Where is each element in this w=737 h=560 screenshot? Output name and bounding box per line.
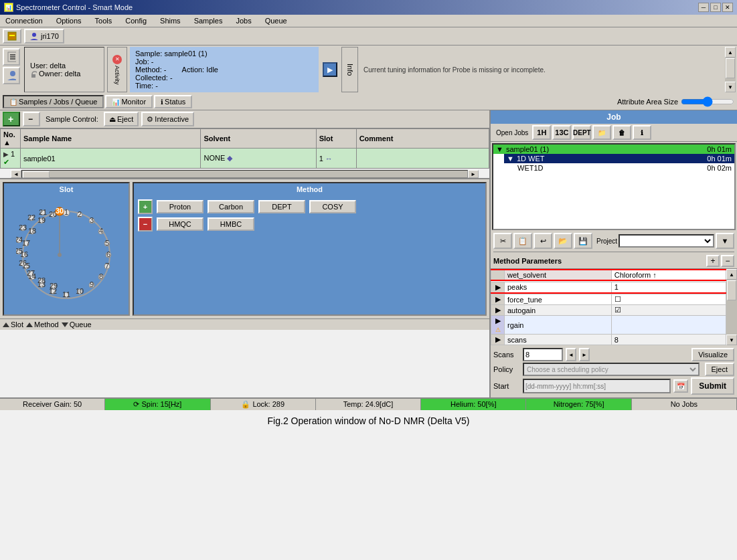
scans-next-btn[interactable]: ► [579, 348, 590, 361]
copy-btn[interactable]: 📋 [513, 233, 532, 249]
calendar-btn[interactable]: 📅 [673, 379, 688, 393]
dept-btn[interactable]: DEPT [258, 200, 305, 213]
method-del-btn[interactable]: − [138, 217, 153, 231]
param-row-peaks[interactable]: ▶ peaks 1 [491, 282, 726, 293]
info-job-btn[interactable]: ℹ [633, 125, 651, 140]
eject-job-btn[interactable]: Eject [705, 363, 734, 376]
eject-btn[interactable]: ⏏ Eject [104, 112, 139, 126]
minimize-btn[interactable]: ─ [698, 3, 709, 12]
slot-diagram: 1 2 3 4 5 6 [16, 205, 116, 305]
right-vscroll[interactable]: ▲ ▼ [725, 47, 736, 92]
close-btn[interactable]: ✕ [722, 3, 733, 12]
svg-text:11: 11 [62, 290, 70, 298]
params-add-btn[interactable]: + [706, 255, 720, 267]
params-remove-btn[interactable]: − [721, 255, 734, 267]
scroll-thumb[interactable] [726, 58, 735, 78]
dept-job-btn[interactable]: DEPT [572, 125, 591, 140]
scroll-up-btn[interactable]: ▲ [725, 47, 736, 58]
arrow-right-btn[interactable]: ▶ [323, 62, 337, 77]
scroll-right-btn[interactable]: ► [468, 170, 479, 178]
menu-connection[interactable]: Connection [3, 16, 46, 25]
maximize-btn[interactable]: □ [710, 3, 721, 12]
h1-btn[interactable]: 1H [532, 125, 551, 140]
method-add-btn[interactable]: + [138, 199, 153, 214]
add-sample-btn[interactable]: + [3, 112, 20, 126]
scans-input[interactable] [523, 348, 563, 361]
c13-btn[interactable]: 13C [552, 125, 571, 140]
carbon-btn[interactable]: Carbon [208, 200, 254, 213]
hmqc-btn[interactable]: HMQC [157, 217, 203, 231]
interactive-btn[interactable]: ⚙ Interactive [141, 112, 194, 126]
param-row-scans[interactable]: ▶ scans 8 [491, 335, 726, 345]
menu-samples[interactable]: Samples [191, 16, 226, 25]
project-select[interactable] [619, 234, 714, 248]
param-row-rgain[interactable]: ▶ ⚠ rgain [491, 316, 726, 335]
folder-btn[interactable]: 📁 [592, 125, 611, 140]
bottom-tab-slot[interactable]: Slot [3, 320, 23, 329]
submit-btn[interactable]: Submit [691, 377, 734, 395]
slot-circle-area: 1 2 3 4 5 6 [4, 195, 129, 314]
tab-samples-jobs[interactable]: 📋 Samples / Jobs / Queue [3, 95, 104, 108]
param-row-wet_solvent[interactable]: wet_solvent Chloroform ↑ [491, 270, 726, 280]
table-row[interactable]: ▶ 1 ✔ sample01 NONE ◆ 1 ↔ [1, 149, 489, 169]
cosy-btn[interactable]: COSY [309, 200, 356, 213]
eject-icon: ⏏ [109, 115, 116, 124]
policy-select[interactable]: Choose a scheduling policy [523, 363, 700, 376]
start-input[interactable] [523, 379, 671, 393]
job-panel-title: Job [491, 110, 737, 124]
instrument-btn[interactable] [3, 29, 21, 43]
folder-open-btn[interactable]: 📂 [554, 233, 572, 249]
menu-tools[interactable]: Tools [92, 16, 115, 25]
attr-size-slider[interactable] [681, 96, 734, 107]
tab-status[interactable]: ℹ Status [154, 95, 192, 108]
user-panel: User: delta Owner: delta [24, 47, 104, 92]
job-tree[interactable]: ▼ sample01 (1) 0h 01m ▼ 1D WET 0h 01m WE… [492, 143, 736, 230]
scans-prev-btn[interactable]: ◄ [566, 348, 576, 361]
params-scroll-up[interactable]: ▲ [726, 269, 737, 280]
status-nitrogen: Nitrogen: 75[%] [526, 399, 631, 410]
hmbc-btn[interactable]: HMBC [208, 217, 254, 231]
hscroll-track[interactable] [21, 170, 468, 178]
menu-config[interactable]: Config [122, 16, 149, 25]
scissors-btn[interactable]: ✂ [493, 233, 512, 249]
scroll-down-btn[interactable]: ▼ [725, 82, 736, 92]
visualize-btn[interactable]: Visualize [691, 348, 734, 361]
proton-btn[interactable]: Proton [157, 200, 203, 213]
job-tree-wet1d[interactable]: WET1D 0h 02m [515, 163, 734, 173]
project-dropdown-btn[interactable]: ▼ [716, 233, 734, 249]
params-vscroll[interactable]: ▲ ▼ [726, 269, 737, 345]
undo-btn[interactable]: ↩ [534, 233, 552, 249]
params-scroll-thumb[interactable] [727, 280, 736, 300]
menu-options[interactable]: Options [54, 16, 84, 25]
user-icon-btn[interactable] [3, 67, 20, 84]
main-toolbar: jri170 [0, 27, 737, 45]
job-tree-1dwet[interactable]: ▼ 1D WET 0h 01m [504, 154, 734, 163]
hscroll-thumb[interactable] [23, 171, 50, 178]
remove-sample-btn[interactable]: − [23, 112, 40, 126]
user-icon [29, 31, 39, 41]
config-icon-btn[interactable] [3, 48, 20, 66]
param-row-force_tune[interactable]: ▶ force_tune ☐ [491, 294, 726, 305]
activity-panel: ✕ Activity [107, 47, 127, 92]
menu-shims[interactable]: Shims [157, 16, 183, 25]
slot-panel: Slot 1 2 [3, 182, 130, 316]
params-scroll-down[interactable]: ▼ [726, 335, 737, 345]
bottom-tab-method[interactable]: Method [26, 320, 59, 329]
param-row-autogain[interactable]: ▶ autogain ☑ [491, 305, 726, 316]
params-scroll[interactable]: wet_solvent Chloroform ↑ [491, 269, 726, 345]
menu-jobs[interactable]: Jobs [233, 16, 254, 25]
params-table: wet_solvent Chloroform ↑ [491, 269, 726, 345]
save-btn[interactable]: 💾 [574, 233, 592, 249]
samples-tab-icon: 📋 [9, 98, 17, 106]
open-jobs-label: Open Jobs [493, 128, 531, 138]
user-tab[interactable]: jri170 [24, 29, 64, 43]
bottom-tab-queue[interactable]: Queue [62, 320, 92, 329]
delete-job-btn[interactable]: 🗑 [612, 125, 631, 140]
job-tree-sample[interactable]: ▼ sample01 (1) 0h 01m [493, 145, 734, 154]
job-expand-icon: ▼ [496, 145, 503, 153]
scroll-left-btn[interactable]: ◄ [11, 170, 21, 178]
svg-text:21: 21 [39, 208, 47, 216]
tab-monitor[interactable]: 📊 Monitor [105, 95, 153, 108]
menu-queue[interactable]: Queue [262, 16, 290, 25]
params-area: wet_solvent Chloroform ↑ [491, 269, 737, 345]
